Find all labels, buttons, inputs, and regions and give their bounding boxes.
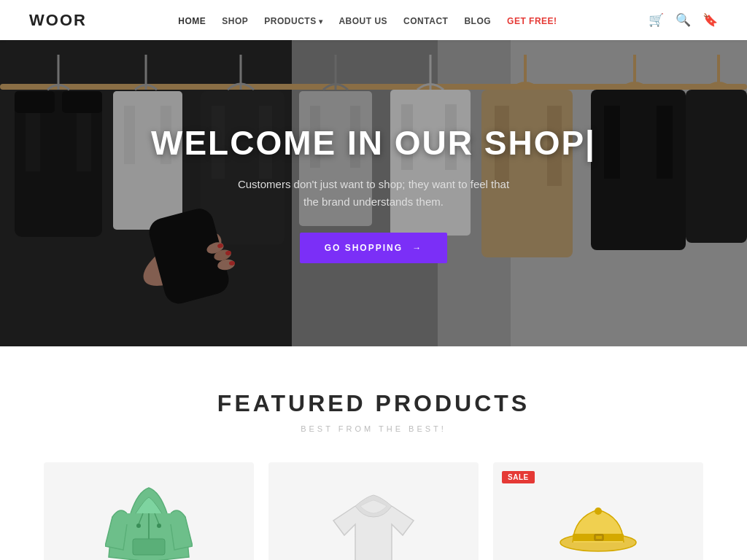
hero-section: WELCOME IN OUR SHOP| Customers don't jus… [0, 40, 747, 346]
svg-rect-55 [596, 536, 602, 539]
product-card-3[interactable]: SALE [493, 462, 703, 560]
nav-item-blog[interactable]: BLOG [464, 14, 491, 27]
product-image-area-1 [44, 462, 254, 560]
hat-illustration [558, 488, 638, 560]
svg-point-50 [157, 524, 161, 528]
product-image-area-2 [268, 462, 479, 560]
product-card-1[interactable] [44, 462, 254, 560]
nav-item-shop[interactable]: SHOP [222, 14, 248, 27]
go-shopping-button[interactable]: GO SHOPPING → [300, 233, 448, 263]
nav-item-about[interactable]: ABOUT US [338, 14, 387, 27]
product-card-2[interactable] [268, 462, 479, 560]
search-icon[interactable]: 🔍 [676, 12, 691, 28]
featured-subtitle: BEST FROM THE BEST! [29, 424, 718, 433]
hero-title: WELCOME IN OUR SHOP| [151, 123, 596, 163]
nav-link-shop[interactable]: SHOP [222, 16, 248, 26]
bookmark-icon[interactable]: 🔖 [703, 12, 718, 28]
nav-icons: 🛒 🔍 🔖 [649, 12, 718, 28]
svg-point-49 [136, 524, 141, 528]
products-grid: SALE [29, 462, 718, 560]
nav-link-about[interactable]: ABOUT US [338, 16, 387, 26]
nav-link-blog[interactable]: BLOG [464, 16, 491, 26]
nav-link-get-free[interactable]: GET FREE! [507, 16, 557, 26]
sale-badge: SALE [502, 471, 535, 483]
hero-content: WELCOME IN OUR SHOP| Customers don't jus… [136, 123, 611, 263]
nav-item-get-free[interactable]: GET FREE! [507, 14, 557, 27]
arrow-icon: → [412, 243, 422, 253]
nav-link-home[interactable]: HOME [178, 16, 206, 26]
nav-link-products[interactable]: PRODUCTS [264, 16, 322, 26]
featured-title: FEATURED PRODUCTS [29, 390, 718, 417]
nav-item-home[interactable]: HOME [178, 14, 206, 27]
nav-item-products[interactable]: PRODUCTS [264, 14, 322, 27]
featured-section: FEATURED PRODUCTS BEST FROM THE BEST! [0, 346, 747, 560]
nav-item-contact[interactable]: CONTACT [403, 14, 448, 27]
hoodie-illustration [105, 477, 193, 560]
tshirt-illustration [330, 481, 417, 560]
cart-icon[interactable]: 🛒 [649, 12, 664, 28]
nav-links: HOME SHOP PRODUCTS ABOUT US CONTACT BLOG… [178, 14, 557, 27]
brand-logo[interactable]: WOOR [29, 11, 87, 30]
svg-rect-45 [133, 539, 165, 555]
svg-point-53 [595, 508, 602, 515]
navbar: WOOR HOME SHOP PRODUCTS ABOUT US CONTACT… [0, 0, 747, 40]
nav-link-contact[interactable]: CONTACT [403, 16, 448, 26]
hero-subtitle: Customers don't just want to shop; they … [235, 176, 512, 211]
